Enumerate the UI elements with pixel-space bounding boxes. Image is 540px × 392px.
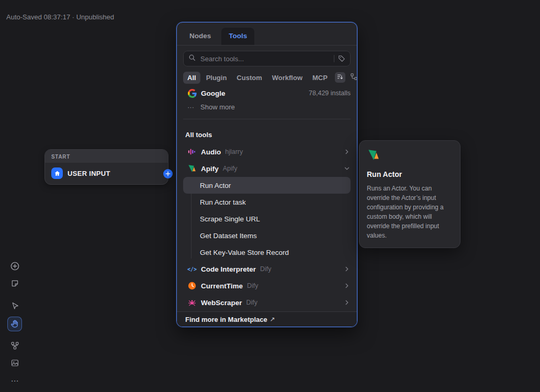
tool-action-get-key-value-store-record[interactable]: Get Key-Value Store Record xyxy=(177,244,357,261)
external-link-icon: ↗ xyxy=(270,316,275,323)
add-next-node-button[interactable] xyxy=(163,169,173,178)
plus-circle-icon xyxy=(10,261,20,273)
list-divider xyxy=(183,119,351,119)
cursor-icon xyxy=(10,301,19,312)
start-node-body[interactable]: USER INPUT xyxy=(45,163,168,184)
action-label: Run Actor xyxy=(200,182,231,189)
tool-row-currenttime[interactable]: CurrentTime Dify xyxy=(177,277,357,294)
hand-icon xyxy=(10,319,19,330)
code-interpreter-icon: </> xyxy=(187,264,197,274)
tool-name: WebScraper xyxy=(201,299,242,307)
audio-icon xyxy=(187,147,197,156)
note-icon xyxy=(10,279,19,289)
sort-icon xyxy=(336,73,343,82)
tree-view-icon xyxy=(350,73,357,82)
tool-name: Code Interpreter xyxy=(201,265,256,273)
installs-count: 78,429 installs xyxy=(309,89,351,97)
tool-action-run-actor[interactable]: Run Actor xyxy=(183,177,351,194)
tool-row-code-interpreter[interactable]: </> Code Interpreter Dify xyxy=(177,261,357,277)
tab-nodes[interactable]: Nodes xyxy=(182,28,218,45)
organize-icon xyxy=(10,341,19,352)
provider-name: Google xyxy=(201,89,226,97)
action-label: Get Dataset Items xyxy=(200,232,257,240)
filter-custom[interactable]: Custom xyxy=(232,72,266,84)
ellipsis-icon: ⋯ xyxy=(11,376,19,386)
tag-filter-icon[interactable] xyxy=(338,55,345,62)
tool-row-apify[interactable]: Apify Apify xyxy=(177,160,357,177)
filter-all[interactable]: All xyxy=(183,72,200,84)
all-tools-label: All tools xyxy=(177,125,357,143)
chevron-right-icon xyxy=(343,148,351,155)
search-row xyxy=(177,46,357,71)
start-node-header-label: START xyxy=(45,150,168,163)
spider-icon xyxy=(187,298,197,307)
show-more-dots-icon: ··· xyxy=(187,103,194,111)
tool-author: hjlarry xyxy=(225,148,243,155)
canvas-toolbar: ⋯ xyxy=(7,260,22,388)
block-picker-panel: Nodes Tools All Plugin Custom Workflow M… xyxy=(176,22,357,327)
toolbar-more-button[interactable]: ⋯ xyxy=(7,374,22,388)
tool-detail-card: Run Actor Runs an Actor. You can overrid… xyxy=(359,140,460,248)
start-node-title: USER INPUT xyxy=(68,170,110,177)
tool-list[interactable]: Google 78,429 installs ··· Show more All… xyxy=(177,84,357,311)
user-input-icon xyxy=(51,167,63,179)
chevron-right-icon xyxy=(343,282,351,289)
start-node[interactable]: START USER INPUT xyxy=(44,149,168,185)
show-more-label: Show more xyxy=(200,103,235,111)
sort-toggle-button[interactable] xyxy=(335,72,345,83)
add-note-button[interactable] xyxy=(7,277,22,292)
add-node-button[interactable] xyxy=(7,260,22,274)
hand-tool-button[interactable] xyxy=(7,317,22,331)
apify-actions: Run Actor Run Actor task Scrape Single U… xyxy=(177,177,357,261)
marketplace-link[interactable]: Find more in Marketplace ↗ xyxy=(177,311,357,327)
tool-action-get-dataset-items[interactable]: Get Dataset Items xyxy=(177,227,357,244)
chevron-right-icon xyxy=(343,299,351,306)
tool-author: Apify xyxy=(223,165,238,172)
filter-workflow[interactable]: Workflow xyxy=(268,72,307,84)
tool-name: Audio xyxy=(201,148,221,156)
organize-blocks-button[interactable] xyxy=(7,339,22,354)
tool-author: Dify xyxy=(247,282,258,289)
tree-view-button[interactable] xyxy=(349,72,357,83)
tool-row-webscraper[interactable]: WebScraper Dify xyxy=(177,294,357,311)
action-label: Scrape Single URL xyxy=(200,215,260,223)
apify-icon xyxy=(367,148,380,162)
picker-tab-bar: Nodes Tools xyxy=(177,23,357,46)
show-more-button[interactable]: ··· Show more xyxy=(177,100,357,114)
detail-title: Run Actor xyxy=(367,170,453,178)
image-icon xyxy=(10,359,19,369)
clock-icon xyxy=(187,281,197,290)
chevron-right-icon xyxy=(343,265,351,273)
tool-name: Apify xyxy=(201,165,219,173)
action-label: Run Actor task xyxy=(200,198,246,206)
filter-chips: All Plugin Custom Workflow MCP xyxy=(177,71,357,84)
tool-author: Dify xyxy=(260,265,272,273)
marketplace-link-label: Find more in Marketplace xyxy=(185,316,267,323)
tool-row-audio[interactable]: Audio hjlarry xyxy=(177,143,357,160)
autosave-status: Auto-Saved 08:37:17 · Unpublished xyxy=(6,13,114,21)
filter-plugin[interactable]: Plugin xyxy=(202,72,231,84)
search-box[interactable] xyxy=(183,51,351,66)
tool-action-scrape-single-url[interactable]: Scrape Single URL xyxy=(177,210,357,227)
action-label: Get Key-Value Store Record xyxy=(200,249,289,256)
provider-row-google[interactable]: Google 78,429 installs xyxy=(177,86,357,100)
tool-action-run-actor-task[interactable]: Run Actor task xyxy=(177,194,357,210)
pointer-tool-button[interactable] xyxy=(7,299,22,314)
minimap-button[interactable] xyxy=(7,356,22,371)
tab-tools[interactable]: Tools xyxy=(221,28,254,45)
filter-mcp[interactable]: MCP xyxy=(308,72,332,84)
search-input[interactable] xyxy=(199,54,330,63)
google-icon xyxy=(187,88,197,98)
apify-icon xyxy=(187,164,197,173)
detail-description: Runs an Actor. You can override the Acto… xyxy=(367,184,453,240)
tool-name: CurrentTime xyxy=(201,282,243,290)
chevron-down-icon xyxy=(343,165,351,172)
search-divider xyxy=(334,55,334,62)
tool-author: Dify xyxy=(246,299,258,306)
search-icon xyxy=(188,54,196,63)
